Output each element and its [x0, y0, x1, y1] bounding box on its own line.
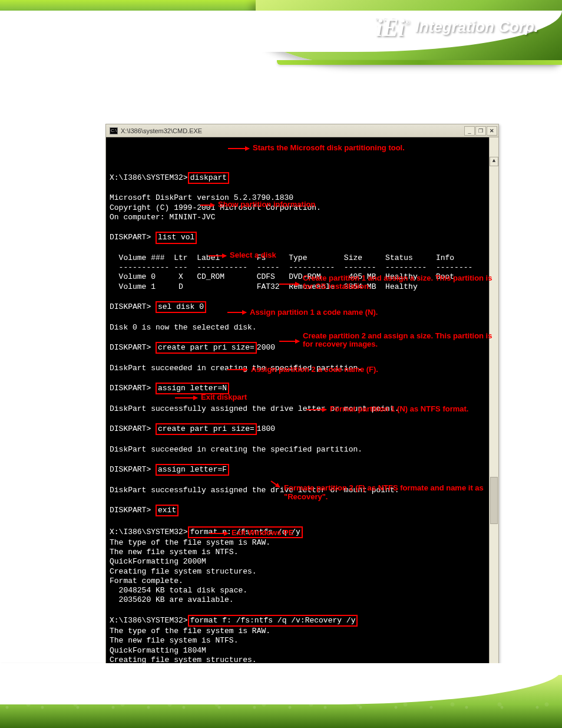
footer-banner [0, 651, 562, 728]
anno-formatn: Format partition 1 (N) as NTFS format. [330, 404, 468, 414]
cmd-icon: C:\ [110, 127, 118, 134]
cmd-create-part-1: create part pri size= [156, 342, 257, 354]
arrow-icon [209, 255, 226, 256]
line-ntfs-2: The new file system is NTFS. [110, 636, 238, 645]
cmd-window: C:\ X:\I386\system32\CMD.EXE _ ❐ ✕ ▲ ▼ X… [105, 124, 499, 728]
vol-header: Volume ### Ltr Label Fs Type Size Status… [110, 253, 454, 262]
line-selconfirm: Disk 0 is now the selected disk. [110, 323, 257, 332]
arrow-icon [279, 341, 299, 342]
arrow-icon [200, 205, 214, 206]
brand-logo: • • • iEi® [375, 17, 409, 37]
diskpart-prompt: DISKPART> [110, 384, 156, 393]
anno-assignn: Assign partition 1 a code name (N). [250, 308, 378, 317]
line-raw-1: The type of the file system is RAW. [110, 538, 270, 547]
diskpart-prompt: DISKPART> [110, 424, 156, 433]
anno-exitwinpe: Exit Windows PE [232, 528, 293, 538]
cmd-listvol: list vol [156, 232, 197, 243]
line-ntfs-1: The new file system is NTFS. [110, 548, 238, 556]
anno-createpart1: Create partition 1 and assign a size. Th… [303, 274, 498, 291]
header-banner: • • • iEi® Integration Corp. [0, 0, 562, 68]
anno-diskpart: Starts the Microsoft disk partitioning t… [253, 143, 405, 153]
minimize-button[interactable]: _ [464, 126, 475, 136]
diskpart-prompt: DISKPART> [110, 506, 156, 515]
window-title: X:\I386\system32\CMD.EXE [121, 127, 202, 134]
cmd-assign-f: assign letter=F [156, 464, 229, 476]
terminal-body: ▲ ▼ X:\I386\SYSTEM32>diskpart Microsoft … [106, 137, 498, 728]
line-cfs-1: Creating file system structures. [110, 567, 257, 576]
brand-logo-text: iEi [375, 14, 404, 41]
diskpart-prompt: DISKPART> [110, 343, 156, 352]
arrow-icon [279, 284, 299, 285]
anno-createpart2: Create partition 2 and assign a size. Th… [303, 332, 498, 349]
prompt: X:\I386\SYSTEM32> [110, 528, 188, 536]
anno-exitdiskpart: Exit diskpart [201, 393, 247, 402]
line-complete-1: Format complete. [110, 577, 183, 585]
vol-header-sep: ----------- --- ----------- ----- ------… [110, 263, 472, 272]
anno-listvol: Show partition information [218, 200, 315, 209]
anno-formatf: Formate partition 2 (F) as NTFS formate … [284, 484, 498, 502]
diskpart-prompt: DISKPART> [110, 302, 156, 311]
anno-assignf: Assign partition 2 a code name (F). [251, 365, 378, 374]
arrow-icon [175, 397, 197, 398]
size-1800: 1800 [257, 424, 275, 433]
line-kb-avail-1: 2035620 KB are available. [110, 595, 234, 604]
arrow-icon [228, 148, 249, 149]
line-kb-total-1: 2048254 KB total disk space. [110, 586, 247, 595]
footer-pattern [0, 696, 562, 728]
arrow-icon [306, 409, 326, 410]
prompt: X:\I386\SYSTEM32> [110, 616, 188, 625]
cmd-format-f: format f: /fs:ntfs /q /v:Recovery /y [188, 615, 358, 627]
cmd-create-part-2: create part pri size= [156, 423, 257, 435]
size-2000: 2000 [257, 343, 275, 352]
line-raw-2: The type of the file system is RAW. [110, 627, 270, 635]
line-qf-1: QuickFormatting 2000M [110, 557, 206, 566]
diskpart-prompt: DISKPART> [110, 465, 156, 474]
brand-tagline: Integration Corp. [415, 18, 538, 36]
arrow-icon [227, 312, 246, 313]
window-titlebar[interactable]: C:\ X:\I386\system32\CMD.EXE _ ❐ ✕ [106, 124, 498, 137]
close-button[interactable]: ✕ [487, 126, 497, 136]
brand-reg-mark: ® [404, 18, 409, 27]
brand-block: • • • iEi® Integration Corp. [375, 17, 538, 37]
cmd-exit-diskpart: exit [156, 505, 178, 516]
arrow-icon [227, 369, 247, 370]
diskpart-prompt: DISKPART> [110, 233, 156, 242]
line-oncomputer: On computer: MININT-JVC [110, 213, 215, 222]
banner-slim-line [277, 60, 562, 65]
cmd-diskpart: diskpart [188, 172, 229, 184]
cmd-seldisk: sel disk 0 [156, 301, 206, 313]
terminal-content: X:\I386\SYSTEM32>diskpart Microsoft Disk… [110, 163, 494, 716]
arrow-icon [209, 533, 228, 534]
prompt: X:\I386\SYSTEM32> [110, 173, 188, 182]
anno-seldisk: Select a disk [230, 251, 276, 260]
maximize-button[interactable]: ❐ [475, 126, 486, 136]
line-succ-create-2: DiskPart succeeded in creating the speci… [110, 445, 362, 454]
